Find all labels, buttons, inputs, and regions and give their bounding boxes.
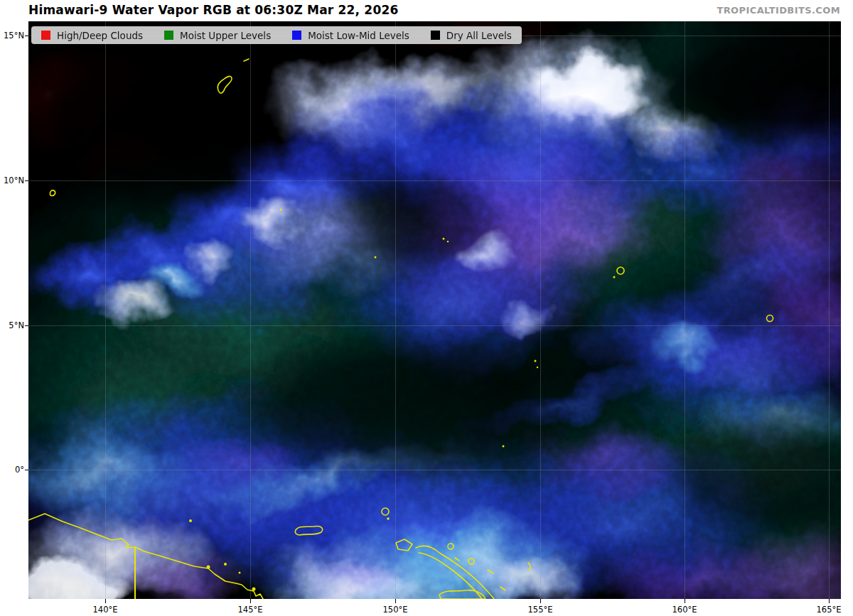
legend-swatch-dry-all-levels — [431, 31, 440, 40]
legend-item-moist-upper-levels: Moist Upper Levels — [164, 30, 271, 41]
lat-tick-label-0: 0° — [0, 465, 24, 475]
legend-swatch-high-deep-clouds — [41, 31, 50, 40]
lat-tick-0 — [25, 470, 28, 470]
cloud-grain-texture — [28, 21, 841, 599]
lon-tick-label-150e: 150°E — [374, 605, 417, 615]
legend-bar: High/Deep Clouds Moist Upper Levels Mois… — [31, 26, 522, 44]
legend-label-dry-all-levels: Dry All Levels — [446, 30, 512, 41]
legend-label-moist-upper-levels: Moist Upper Levels — [180, 30, 271, 41]
lon-tick-label-140e: 140°E — [84, 605, 127, 615]
lon-tick-label-155e: 155°E — [519, 605, 562, 615]
lat-tick-10n — [25, 180, 28, 181]
lon-tick-155e — [540, 599, 541, 603]
legend-label-high-deep-clouds: High/Deep Clouds — [57, 30, 143, 41]
page: Himawari-9 Water Vapor RGB at 06:30Z Mar… — [0, 0, 853, 616]
lon-tick-165e — [829, 599, 830, 603]
lat-tick-label-5n: 5°N — [0, 320, 24, 330]
legend-item-dry-all-levels: Dry All Levels — [431, 30, 512, 41]
lat-tick-5n — [25, 325, 28, 326]
legend-swatch-moist-low-mid-levels — [292, 31, 301, 40]
lon-tick-145e — [250, 599, 251, 603]
watermark-tropicaltidbits: TROPICALTIDBITS.COM — [717, 5, 840, 16]
lon-tick-150e — [395, 599, 396, 603]
lat-tick-15n — [25, 36, 28, 36]
water-vapor-rgb-canvas — [28, 21, 841, 599]
legend-label-moist-low-mid-levels: Moist Low-Mid Levels — [308, 30, 409, 41]
lat-tick-label-15n: 15°N — [0, 31, 24, 40]
lon-tick-140e — [105, 599, 106, 603]
page-title: Himawari-9 Water Vapor RGB at 06:30Z Mar… — [28, 3, 399, 17]
lon-tick-160e — [685, 599, 685, 603]
lon-tick-label-145e: 145°E — [229, 605, 272, 615]
lon-tick-label-160e: 160°E — [663, 605, 706, 615]
legend-swatch-moist-upper-levels — [164, 31, 173, 40]
lat-tick-label-10n: 10°N — [0, 175, 24, 185]
legend-item-high-deep-clouds: High/Deep Clouds — [41, 30, 143, 41]
legend-item-moist-low-mid-levels: Moist Low-Mid Levels — [292, 30, 409, 41]
lon-tick-label-165e: 165°E — [808, 605, 850, 615]
satellite-map-image — [28, 21, 841, 599]
